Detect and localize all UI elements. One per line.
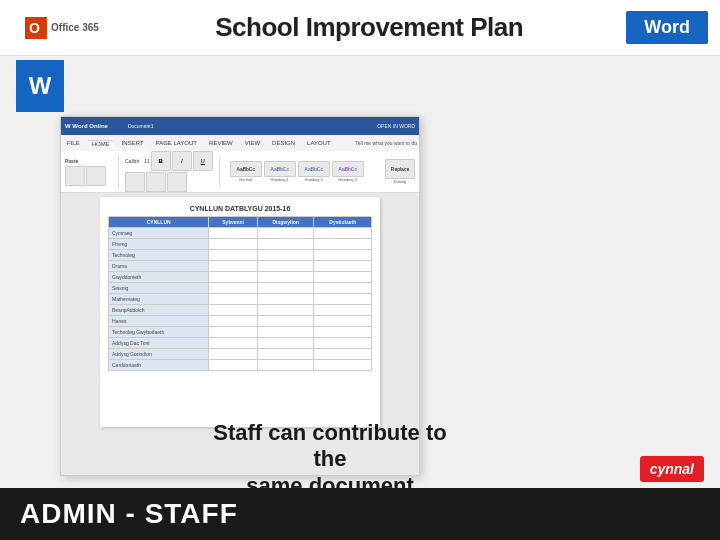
bottom-bar: ADMIN - STAFF	[0, 488, 720, 540]
table-cell	[257, 283, 314, 294]
tab-review[interactable]: REVIEW	[205, 140, 237, 146]
heading3-style[interactable]: AaBbCc	[332, 161, 364, 177]
table-cell	[209, 294, 258, 305]
align-right-btn[interactable]	[167, 172, 187, 192]
table-cell	[209, 305, 258, 316]
table-cell	[209, 228, 258, 239]
table-cell	[209, 250, 258, 261]
table-cell	[209, 272, 258, 283]
table-row: Gwyddonieth	[109, 272, 372, 283]
table-cell	[209, 239, 258, 250]
italic-btn[interactable]: I	[172, 151, 192, 171]
table-cell: Gwyddonieth	[109, 272, 209, 283]
document-page: CYNLLUN DATBLYGU 2015-16 CYNLLUN Sylwenn…	[100, 197, 380, 427]
word-badge: Word	[626, 11, 708, 44]
table-row: Technoleg	[109, 250, 372, 261]
svg-text:O: O	[29, 20, 40, 36]
styles-group: AaBbCc Normal AaBbCc Heading 1 AaBbCc He…	[230, 161, 364, 182]
table-cell	[257, 261, 314, 272]
tab-insert[interactable]: INSERT	[118, 140, 148, 146]
align-center-btn[interactable]	[146, 172, 166, 192]
table-cell: Drama	[109, 261, 209, 272]
tab-home[interactable]: HOME	[88, 140, 114, 147]
word-letter: W	[29, 72, 52, 100]
table-cell: Technoleg	[109, 250, 209, 261]
table-cell	[209, 316, 258, 327]
table-cell	[314, 360, 372, 371]
word-ribbon: Paste Calibri 11 B I U AaBbC	[61, 151, 419, 193]
cynnal-logo: cynnal	[640, 456, 704, 482]
table-row: Mathemateg	[109, 294, 372, 305]
col-dystiolaeth: Dystiolaeth	[314, 217, 372, 228]
table-row: Ffisreg	[109, 239, 372, 250]
find-replace-btn[interactable]: Replace	[385, 159, 415, 179]
table-cell	[257, 305, 314, 316]
table-cell	[257, 294, 314, 305]
table-cell	[314, 349, 372, 360]
tab-file[interactable]: FILE	[63, 140, 84, 146]
table-row: Hanes	[109, 316, 372, 327]
table-cell	[257, 228, 314, 239]
table-cell	[314, 316, 372, 327]
table-cell	[257, 360, 314, 371]
table-cell	[314, 261, 372, 272]
table-cell: Cerddoriaeth	[109, 360, 209, 371]
table-cell: Hanes	[109, 316, 209, 327]
table-row: Cerddoriaeth	[109, 360, 372, 371]
admin-staff-label: ADMIN - STAFF	[20, 498, 238, 530]
heading1-style[interactable]: AaBbCc	[264, 161, 296, 177]
tab-page-layout[interactable]: PAGE LAYOUT	[152, 140, 201, 146]
table-cell	[257, 338, 314, 349]
office365-logo-area: O Office 365	[12, 17, 112, 39]
document-table: CYNLLUN Sylwenni Disgwylion Dystiolaeth …	[108, 216, 372, 371]
tab-design[interactable]: DESIGN	[268, 140, 299, 146]
caption-line1: Staff can contribute to the	[200, 420, 460, 473]
table-cell: Addysg Gorindion	[109, 349, 209, 360]
table-cell	[257, 327, 314, 338]
table-cell: Cymraeg	[109, 228, 209, 239]
bold-btn[interactable]: B	[151, 151, 171, 171]
table-cell	[257, 316, 314, 327]
table-cell: Addysg Dac Tont	[109, 338, 209, 349]
table-cell	[314, 338, 372, 349]
table-cell	[314, 239, 372, 250]
table-cell	[314, 294, 372, 305]
table-row: Cymraeg	[109, 228, 372, 239]
table-cell: BeanpAddolch	[109, 305, 209, 316]
table-row: Technoleg Gwybodaeth	[109, 327, 372, 338]
col-disgwylion: Disgwylion	[257, 217, 314, 228]
table-cell	[314, 283, 372, 294]
table-row: Addysg Gorindion	[109, 349, 372, 360]
col-cynllun: CYNLLUN	[109, 217, 209, 228]
table-cell: Mathemateg	[109, 294, 209, 305]
table-cell	[257, 349, 314, 360]
normal-style[interactable]: AaBbCc	[230, 161, 262, 177]
tab-view[interactable]: VIEW	[241, 140, 264, 146]
table-cell	[209, 261, 258, 272]
table-row: Seisnig	[109, 283, 372, 294]
table-cell	[209, 349, 258, 360]
header: O Office 365 School Improvement Plan Wor…	[0, 0, 720, 56]
cynnal-label: cynnal	[650, 461, 694, 477]
table-cell	[257, 239, 314, 250]
align-left-btn[interactable]	[125, 172, 145, 192]
tab-layout[interactable]: LAYOUT	[303, 140, 335, 146]
table-row: BeanpAddolch	[109, 305, 372, 316]
table-cell	[209, 338, 258, 349]
table-header-row: CYNLLUN Sylwenni Disgwylion Dystiolaeth	[109, 217, 372, 228]
table-cell	[257, 272, 314, 283]
underline-btn[interactable]: U	[193, 151, 213, 171]
table-cell	[314, 327, 372, 338]
cut-btn[interactable]	[86, 166, 106, 186]
table-cell	[257, 250, 314, 261]
word-tabs: FILE HOME INSERT PAGE LAYOUT REVIEW VIEW…	[61, 135, 419, 151]
tell-me[interactable]: Tell me what you want to do	[355, 140, 417, 146]
page-title: School Improvement Plan	[112, 12, 626, 43]
table-cell: Ffisreg	[109, 239, 209, 250]
word-w-icon: W	[16, 60, 64, 112]
table-cell: Seisnig	[109, 283, 209, 294]
table-cell	[209, 360, 258, 371]
office-icon: O	[25, 17, 47, 39]
paste-btn[interactable]	[65, 166, 85, 186]
heading2-style[interactable]: AaBbCc	[298, 161, 330, 177]
